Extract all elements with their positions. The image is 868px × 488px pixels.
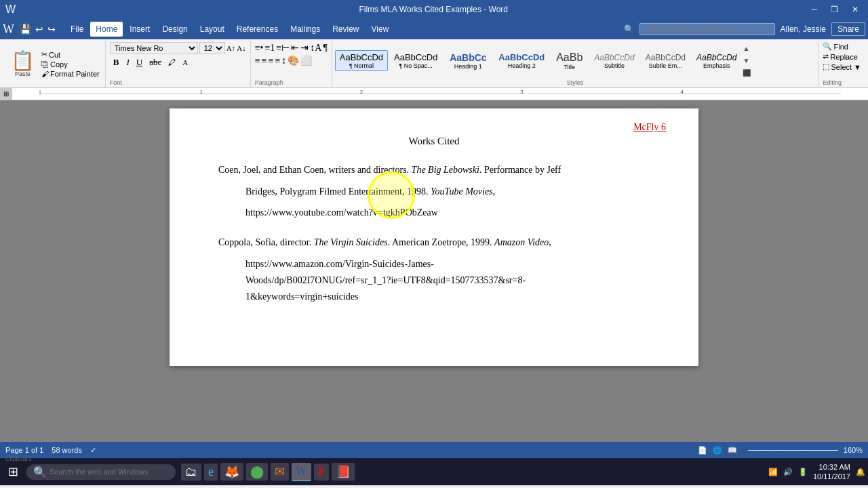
- menu-insert[interactable]: Insert: [124, 22, 155, 37]
- taskbar-ppt-btn[interactable]: P: [314, 464, 329, 481]
- menu-references[interactable]: References: [231, 22, 283, 37]
- style-heading2[interactable]: AaBbCcDd Heading 2: [494, 50, 549, 71]
- taskbar-volume-icon: 🔊: [783, 468, 793, 476]
- start-btn[interactable]: ⊞: [3, 462, 24, 482]
- styles-label: Styles: [335, 79, 816, 86]
- ribbon: 📋 Paste ✂ Cut ⿻ Copy 🖌 Format Painter Cl…: [0, 39, 868, 88]
- format-painter-btn[interactable]: 🖌 Format Painter: [41, 70, 100, 78]
- citation-coen: Coen, Joel, and Ethan Coen, writers and …: [218, 162, 650, 178]
- clipboard-group: 📋 Paste ✂ Cut ⿻ Copy 🖌 Format Painter Cl…: [3, 41, 106, 87]
- taskbar-pdf-btn[interactable]: 📕: [332, 463, 355, 481]
- style-subtle-em[interactable]: AaBbCcDd Subtle Em...: [641, 51, 690, 71]
- styles-scroll-down[interactable]: ▼: [743, 57, 751, 64]
- close-btn[interactable]: ✕: [848, 5, 863, 14]
- numbering-btn[interactable]: ≡1: [264, 43, 275, 54]
- font-family-select[interactable]: Times New Ro: [110, 42, 198, 54]
- font-size-select[interactable]: 12: [199, 42, 225, 54]
- styles-more[interactable]: ⬛: [743, 69, 751, 77]
- font-grow-btn[interactable]: A↑: [226, 44, 235, 52]
- style-no-space[interactable]: AaBbCcDd ¶ No Spac...: [389, 50, 442, 71]
- style-normal[interactable]: AaBbCcDd ¶ Normal: [335, 50, 388, 71]
- multilevel-btn[interactable]: ≡⊢: [276, 42, 290, 54]
- bullets-btn[interactable]: ≡•: [255, 43, 264, 54]
- page: McFly 6 Works Cited Coen, Joel, and Etha…: [170, 108, 698, 366]
- decrease-indent-btn[interactable]: ⇤: [291, 42, 299, 54]
- taskbar-time: 10:32 AM: [813, 462, 850, 472]
- cut-btn[interactable]: ✂ Cut: [41, 50, 100, 59]
- taskbar-search-area[interactable]: 🔍: [26, 464, 176, 480]
- style-heading1-preview: AaBbCc: [450, 52, 486, 63]
- line-spacing-btn[interactable]: ↕: [281, 56, 286, 66]
- taskbar-chrome-btn[interactable]: ⬤: [246, 463, 268, 481]
- font-color-btn[interactable]: A: [180, 58, 191, 67]
- menu-design[interactable]: Design: [157, 22, 193, 37]
- citation-coppola-comma: ,: [549, 237, 551, 247]
- taskbar-firefox-btn[interactable]: 🦊: [220, 463, 243, 481]
- ruler: ⊞ | 1 2 3 4: [0, 88, 868, 100]
- select-btn[interactable]: ⬚ Select ▼: [823, 62, 861, 71]
- align-center-btn[interactable]: ≡: [262, 56, 267, 66]
- bold-btn[interactable]: B: [110, 56, 123, 69]
- citation-coen-url-text: https://www.youtube.com/watch?v=tgkhPObZ…: [245, 207, 438, 218]
- restore-btn[interactable]: ❐: [827, 5, 842, 14]
- italic-btn[interactable]: I: [123, 56, 132, 68]
- window-title: Films MLA Works Cited Examples - Word: [60, 5, 807, 14]
- page-number: McFly 6: [633, 119, 666, 135]
- style-title[interactable]: AaBb Title: [551, 49, 588, 73]
- copy-btn[interactable]: ⿻ Copy: [41, 60, 100, 68]
- taskbar-edge-btn[interactable]: e: [204, 464, 218, 481]
- citation-coppola-url-line2: Woods/dp/B002I7ONUG/ref=sr_1_1?ie=UTF8&q…: [245, 275, 526, 285]
- show-formatting-btn[interactable]: ¶: [323, 43, 327, 54]
- style-emphasis[interactable]: AaBbCcDd Emphasis: [692, 51, 741, 71]
- zoom-percent: 160%: [844, 446, 863, 454]
- view-web-btn[interactable]: 🌐: [713, 446, 722, 455]
- strikethrough-btn[interactable]: abc: [146, 56, 164, 68]
- citation-coppola: Coppola, Sofia, director. The Virgin Sui…: [218, 235, 650, 251]
- align-right-btn[interactable]: ≡: [268, 56, 273, 66]
- editing-group: 🔍 Find ⇌ Replace ⬚ Select ▼ Editing: [818, 41, 865, 87]
- find-btn[interactable]: 🔍 Find: [823, 42, 861, 51]
- menu-layout[interactable]: Layout: [195, 22, 230, 37]
- shading-btn[interactable]: 🎨: [288, 55, 299, 66]
- increase-indent-btn[interactable]: ⇥: [300, 42, 309, 54]
- taskbar-word-btn[interactable]: W: [292, 463, 311, 481]
- styles-scroll-up[interactable]: ▲: [743, 45, 751, 52]
- save-qat-btn[interactable]: 💾: [18, 24, 33, 35]
- menu-review[interactable]: Review: [327, 22, 364, 37]
- underline-btn[interactable]: U: [134, 56, 145, 68]
- taskbar-date: 10/11/2017: [813, 472, 850, 481]
- taskbar-search-input[interactable]: [50, 468, 158, 476]
- tell-me-input[interactable]: [639, 23, 775, 35]
- font-shrink-btn[interactable]: A↓: [237, 44, 245, 52]
- redo-qat-btn[interactable]: ↪: [46, 24, 57, 35]
- citation-coppola-text1: Coppola, Sofia, director.: [218, 237, 314, 247]
- style-heading2-preview: AaBbCcDd: [498, 52, 545, 62]
- paste-btn[interactable]: 📋 Paste: [7, 50, 39, 79]
- taskbar-explorer-btn[interactable]: 🗂: [181, 464, 201, 481]
- menu-home[interactable]: Home: [90, 22, 123, 37]
- borders-btn[interactable]: ⬜: [300, 55, 312, 66]
- replace-btn[interactable]: ⇌ Replace: [823, 52, 861, 61]
- sort-btn[interactable]: ↕A: [310, 43, 321, 54]
- user-name: Allen, Jessie: [781, 24, 826, 34]
- ruler-corner: ⊞: [0, 88, 12, 100]
- view-normal-btn[interactable]: 📄: [698, 446, 707, 455]
- taskbar-mail-btn[interactable]: ✉: [271, 463, 289, 481]
- menu-mailings[interactable]: Mailings: [285, 22, 326, 37]
- undo-qat-btn[interactable]: ↩: [34, 24, 45, 35]
- style-subtitle[interactable]: AaBbCcDd Subtitle: [589, 51, 639, 71]
- align-left-btn[interactable]: ≡: [255, 56, 260, 66]
- view-read-btn[interactable]: 📖: [728, 446, 737, 455]
- menu-view[interactable]: View: [366, 22, 395, 37]
- highlight-btn[interactable]: 🖍: [165, 58, 178, 67]
- citation-coen-cont: Bridges, Polygram Filmed Entertainment, …: [245, 184, 650, 200]
- minimize-btn[interactable]: ─: [807, 5, 821, 14]
- share-btn[interactable]: Share: [831, 22, 865, 36]
- justify-btn[interactable]: ≡: [275, 56, 280, 66]
- taskbar-notification-icon[interactable]: 🔔: [856, 468, 865, 476]
- zoom-label: ─────────────────: [748, 446, 838, 454]
- citation-coppola-url2: Woods/dp/B002I7ONUG/ref=sr_1_1?ie=UTF8&q…: [245, 272, 650, 289]
- style-heading1[interactable]: AaBbCc Heading 1: [443, 50, 492, 72]
- taskbar-clock[interactable]: 10:32 AM 10/11/2017: [813, 462, 850, 482]
- menu-file[interactable]: File: [65, 22, 89, 37]
